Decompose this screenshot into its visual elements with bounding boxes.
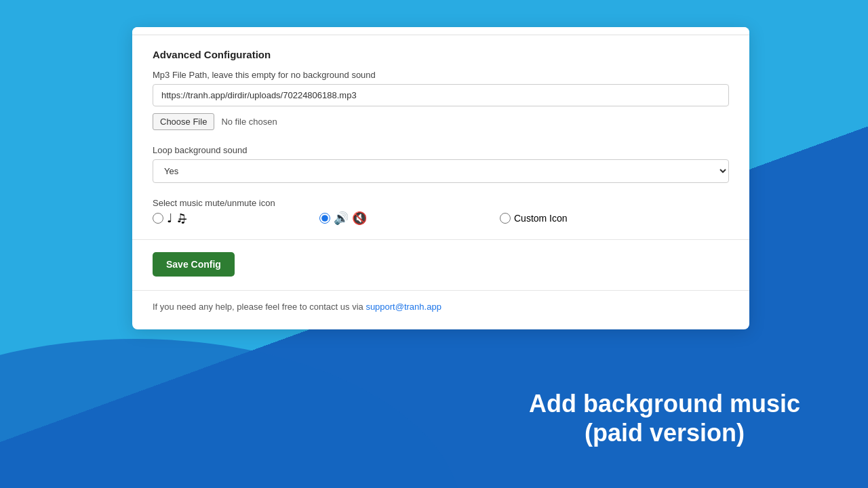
- file-row: Choose File No file chosen: [153, 113, 729, 130]
- mp3-field-label: Mp3 File Path, leave this empty for no b…: [153, 70, 729, 80]
- mp3-field-group: Mp3 File Path, leave this empty for no b…: [153, 70, 729, 130]
- loop-select[interactable]: Yes No: [153, 159, 729, 183]
- card-top-bar: [132, 27, 749, 35]
- mp3-path-input[interactable]: [153, 84, 729, 106]
- support-link[interactable]: support@tranh.app: [366, 302, 441, 312]
- music-cross-icon: ♫̶: [176, 212, 186, 224]
- footer-text: If you need any help, please feel free t…: [153, 302, 366, 312]
- no-file-label: No file chosen: [221, 117, 277, 127]
- icon-field-group: Select music mute/unmute icon ♩ ♫̶ 🔊 🔇: [153, 198, 729, 224]
- icon-option-speaker[interactable]: 🔊 🔇: [319, 212, 367, 224]
- custom-icon-label: Custom Icon: [514, 213, 568, 224]
- speaker-mute-icon: 🔇: [352, 212, 367, 224]
- main-card: Advanced Configuration Mp3 File Path, le…: [132, 27, 749, 329]
- icon-radio-speaker[interactable]: [319, 213, 330, 224]
- icon-option-custom[interactable]: Custom Icon: [500, 213, 568, 224]
- loop-field-label: Loop background sound: [153, 145, 729, 155]
- icon-option-music[interactable]: ♩ ♫̶: [153, 212, 186, 224]
- choose-file-button[interactable]: Choose File: [153, 113, 214, 130]
- save-config-button[interactable]: Save Config: [153, 252, 235, 277]
- speaker-on-icon: 🔊: [334, 212, 349, 224]
- promo-text: Add background music (paid version): [529, 389, 800, 447]
- icon-field-label: Select music mute/unmute icon: [153, 198, 729, 208]
- divider: [132, 239, 749, 240]
- music-note-icon: ♩: [167, 212, 172, 224]
- footer-help: If you need any help, please feel free t…: [132, 290, 749, 323]
- icon-radio-music[interactable]: [153, 213, 163, 224]
- section-title: Advanced Configuration: [153, 49, 729, 60]
- icon-radio-custom[interactable]: [500, 213, 511, 224]
- save-section: Save Config: [132, 252, 749, 277]
- icon-radio-group: ♩ ♫̶ 🔊 🔇 Custom Icon: [153, 212, 729, 224]
- loop-field-group: Loop background sound Yes No: [153, 145, 729, 183]
- svg-point-0: [0, 339, 461, 488]
- card-body: Advanced Configuration Mp3 File Path, le…: [132, 35, 749, 224]
